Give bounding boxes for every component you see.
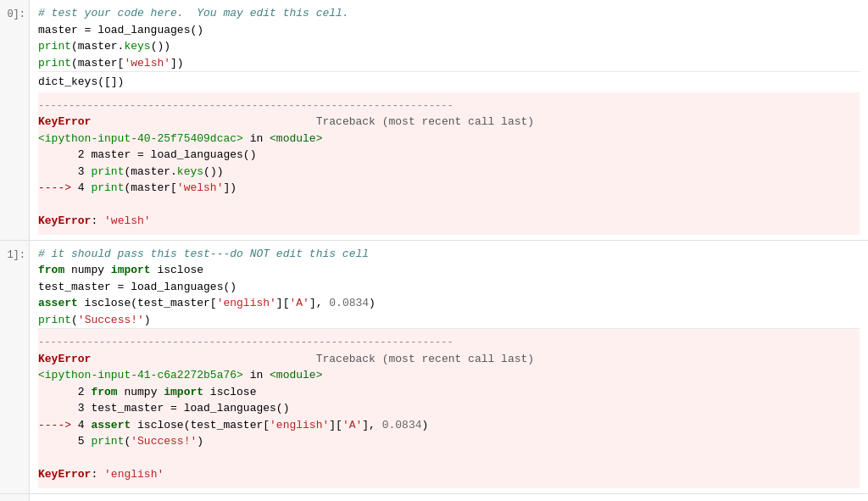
code-area-0: # test your code here. You may edit this…: [38, 5, 860, 71]
error-block-0: ----------------------------------------…: [38, 92, 860, 235]
notebook: 0]: # test your code here. You may edit …: [0, 0, 868, 501]
cell-code-0[interactable]: # test your code here. You may edit this…: [30, 0, 868, 240]
cell-gutter-2: 1]:: [0, 494, 30, 502]
code-pre-1: # it should pass this test---do NOT edit…: [38, 246, 860, 329]
error-block-1: ----------------------------------------…: [38, 329, 860, 488]
code-area-1: # it should pass this test---do NOT edit…: [38, 246, 860, 329]
cell-1: 1]: # it should pass this test---do NOT …: [0, 241, 868, 494]
code-pre-0: # test your code here. You may edit this…: [38, 5, 860, 71]
output-area-1: ----------------------------------------…: [38, 328, 860, 488]
cell-gutter-1: 1]:: [0, 241, 30, 493]
cell-0: 0]: # test your code here. You may edit …: [0, 0, 868, 241]
cell-2: 1]: # it should pass this test---do NOT …: [0, 494, 868, 502]
cell-label-0: 0]:: [7, 8, 25, 20]
cell-code-2[interactable]: # it should pass this test---do NOT edit…: [30, 494, 868, 502]
cell-gutter-0: 0]:: [0, 0, 30, 240]
output-plain-0: dict_keys([]): [38, 72, 860, 92]
output-area-0: dict_keys([]) --------------------------…: [38, 71, 860, 235]
comment: # test your code here. You may edit this…: [38, 7, 349, 19]
cell-code-1[interactable]: # it should pass this test---do NOT edit…: [30, 241, 868, 493]
cell-label-1: 1]:: [7, 249, 25, 261]
